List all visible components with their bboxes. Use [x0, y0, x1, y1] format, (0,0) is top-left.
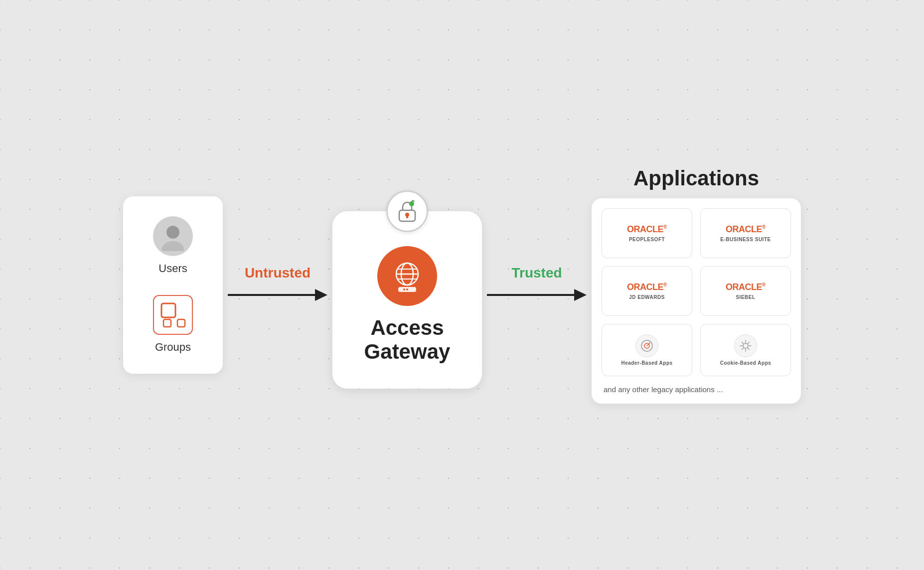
svg-line-29 — [742, 342, 744, 344]
groups-icon — [153, 295, 193, 335]
app-sub-peoplesoft: PEOPLESOFT — [629, 237, 665, 242]
app-tile-header-based: Header-Based Apps — [602, 324, 692, 376]
svg-point-18 — [406, 288, 408, 290]
users-label: Users — [158, 262, 187, 275]
applications-title: Applications — [592, 166, 801, 190]
access-gateway-card: Access Gateway — [332, 211, 482, 389]
app-sub-ebs: E-BUSINESS SUITE — [720, 237, 770, 242]
svg-point-1 — [162, 241, 184, 251]
untrusted-arrow-svg — [228, 285, 327, 305]
apps-grid: ORACLE® PEOPLESOFT ORACLE® E-BUSINESS SU… — [602, 208, 791, 376]
svg-rect-4 — [163, 319, 171, 327]
app-tile-cookie-based: Cookie-Based Apps — [700, 324, 791, 376]
apps-grid-card: ORACLE® PEOPLESOFT ORACLE® E-BUSINESS SU… — [592, 198, 801, 404]
trusted-label: Trusted — [511, 265, 562, 281]
legacy-note: and any other legacy applications ... — [602, 383, 791, 394]
svg-point-10 — [409, 201, 414, 206]
user-avatar — [153, 216, 193, 256]
users-groups-card: Users Groups — [123, 196, 223, 374]
oracle-wordmark-peoplesoft: ORACLE® — [627, 225, 667, 234]
svg-line-31 — [742, 348, 744, 350]
svg-point-17 — [403, 288, 405, 290]
oracle-wordmark-jde: ORACLE® — [627, 283, 667, 291]
main-diagram: Users Groups Untrusted — [0, 0, 924, 570]
svg-rect-9 — [406, 215, 408, 218]
app-tile-ebs: ORACLE® E-BUSINESS SUITE — [700, 208, 791, 258]
svg-point-0 — [166, 226, 179, 239]
trusted-arrow-section: Trusted — [487, 265, 587, 305]
header-based-label: Header-Based Apps — [621, 360, 672, 366]
app-tile-jde: ORACLE® JD EDWARDS — [602, 266, 692, 316]
app-sub-jde: JD EDWARDS — [629, 294, 665, 300]
app-tile-peoplesoft: ORACLE® PEOPLESOFT — [602, 208, 692, 258]
svg-marker-20 — [574, 289, 587, 301]
app-sub-siebel: SIEBEL — [736, 294, 755, 300]
gateway-globe-icon — [377, 246, 437, 306]
svg-point-24 — [743, 343, 748, 348]
oracle-wordmark-siebel: ORACLE® — [726, 283, 766, 291]
untrusted-arrow-section: Untrusted — [228, 265, 327, 305]
untrusted-label: Untrusted — [245, 265, 310, 281]
svg-marker-6 — [315, 289, 327, 301]
trusted-arrow-svg — [487, 285, 587, 305]
cookie-based-icon — [734, 334, 757, 357]
users-item: Users — [153, 216, 193, 275]
svg-rect-2 — [161, 303, 175, 317]
oracle-wordmark-ebs: ORACLE® — [726, 225, 766, 234]
svg-line-30 — [748, 348, 750, 350]
groups-item: Groups — [153, 295, 193, 354]
header-based-icon — [635, 334, 658, 357]
app-tile-siebel: ORACLE® SIEBEL — [700, 266, 791, 316]
cookie-based-label: Cookie-Based Apps — [720, 360, 771, 366]
groups-label: Groups — [155, 341, 191, 354]
gateway-logo-badge — [386, 190, 428, 232]
gateway-title: Access Gateway — [364, 316, 451, 364]
svg-line-32 — [748, 342, 750, 344]
applications-panel: Applications ORACLE® PEOPLESOFT ORACLE® … — [592, 166, 801, 404]
svg-rect-3 — [177, 319, 185, 327]
